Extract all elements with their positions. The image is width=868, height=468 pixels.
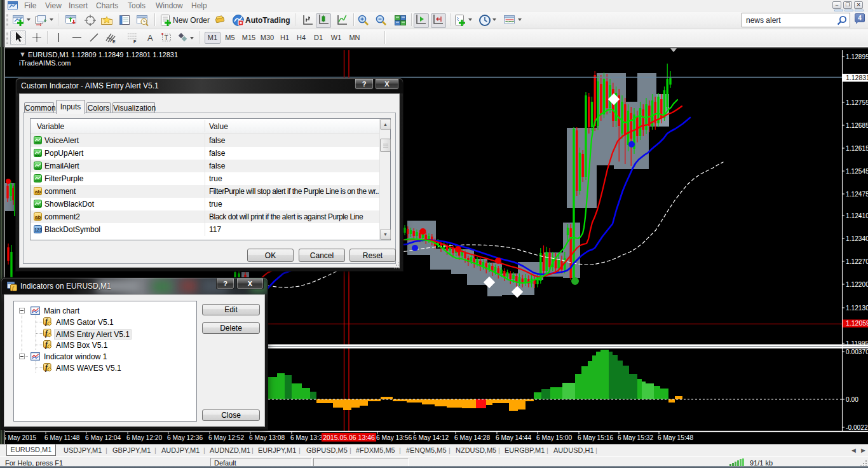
svg-text:6 May 15:00: 6 May 15:00 <box>536 434 572 441</box>
svg-text:1.12340: 1.12340 <box>846 235 868 242</box>
svg-text:6 May 11:48: 6 May 11:48 <box>44 434 80 441</box>
svg-text:6 May 14:12: 6 May 14:12 <box>413 434 449 441</box>
svg-text:1.12545: 1.12545 <box>846 168 868 175</box>
svg-text:6 May 15:48: 6 May 15:48 <box>658 434 693 441</box>
svg-text:1.12895: 1.12895 <box>846 53 868 60</box>
svg-text:1.12615: 1.12615 <box>846 145 868 152</box>
svg-text:1.12831: 1.12831 <box>846 74 868 81</box>
svg-text:6 May 12:36: 6 May 12:36 <box>167 434 203 441</box>
svg-text:ab: ab <box>35 189 41 195</box>
svg-text:ab: ab <box>35 214 41 220</box>
svg-text:1.12410: 1.12410 <box>846 212 868 219</box>
svg-text:1.11995: 1.11995 <box>846 340 868 347</box>
svg-text:1.12685: 1.12685 <box>846 122 868 129</box>
svg-text:6 May 15:32: 6 May 15:32 <box>618 434 653 441</box>
svg-text:▼: ▼ <box>19 50 26 58</box>
svg-text:F: F <box>133 39 137 44</box>
svg-text:A: A <box>147 33 153 43</box>
svg-text:iTradeAIMS.com: iTradeAIMS.com <box>19 59 71 67</box>
svg-text:6 May 13:32: 6 May 13:32 <box>290 434 326 441</box>
svg-text:6 May 12:20: 6 May 12:20 <box>126 434 162 441</box>
svg-text:6 May 12:52: 6 May 12:52 <box>208 434 244 441</box>
svg-text:EURUSD,M1 1.12809 1.12849 1.1: EURUSD,M1 1.12809 1.12849 1.12801 1.1283… <box>28 51 178 59</box>
svg-text:6 May 14:44: 6 May 14:44 <box>496 434 531 441</box>
svg-text:6 May 2015: 6 May 2015 <box>3 434 37 441</box>
svg-text:-0.002218: -0.002218 <box>846 424 868 431</box>
svg-text:6 May 14:28: 6 May 14:28 <box>454 434 490 441</box>
svg-text:1.12200: 1.12200 <box>846 281 868 288</box>
svg-text:1.12270: 1.12270 <box>846 258 868 265</box>
svg-text:1.12755: 1.12755 <box>846 99 868 106</box>
svg-text:2015.05.06 13:46: 2015.05.06 13:46 <box>323 434 375 441</box>
svg-text:0.00: 0.00 <box>846 396 858 403</box>
svg-text:T: T <box>165 34 168 41</box>
svg-text:6 May 15:16: 6 May 15:16 <box>578 434 613 441</box>
svg-text:1.12059: 1.12059 <box>846 319 868 327</box>
svg-text:1.12475: 1.12475 <box>846 191 868 198</box>
svg-text:123: 123 <box>34 228 42 232</box>
svg-text:6 May 13:08: 6 May 13:08 <box>249 434 285 441</box>
svg-text:6 May 13:56: 6 May 13:56 <box>376 434 412 441</box>
svg-text:1.12130: 1.12130 <box>846 305 868 312</box>
svg-text:E: E <box>112 39 116 44</box>
svg-text:0.003706: 0.003706 <box>846 348 868 355</box>
svg-text:6 May 12:04: 6 May 12:04 <box>85 434 121 441</box>
